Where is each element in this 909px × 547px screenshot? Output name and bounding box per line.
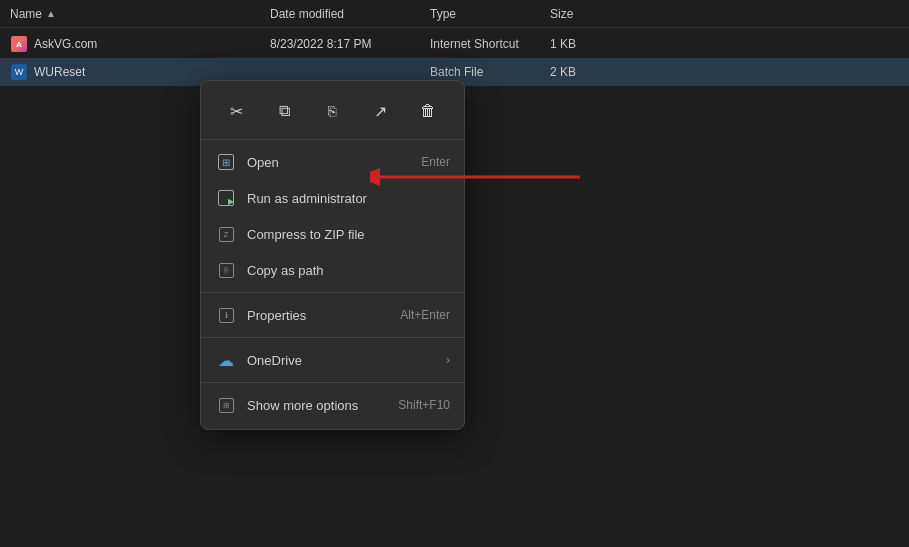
compress-zip-label: Compress to ZIP file [247, 227, 450, 242]
file-name: WUReset [34, 65, 210, 79]
copy-as-path-menu-item[interactable]: ⎘ Copy as path [201, 252, 464, 288]
paste-icon: ⎘ [328, 103, 336, 119]
explorer-window: Name ▲ Date modified Type Size A AskVG.c… [0, 0, 909, 547]
show-more-menu-item[interactable]: ⊞ Show more options Shift+F10 [201, 387, 464, 423]
column-headers: Name ▲ Date modified Type Size [0, 0, 909, 28]
context-menu: ✂ ⧉ ⎘ ↗ 🗑 Open Enter [200, 80, 465, 430]
file-name-cell: A AskVG.com [10, 35, 210, 53]
askvg-icon: A [11, 36, 27, 52]
file-type: Batch File [430, 65, 550, 79]
col-header-date[interactable]: Date modified [270, 7, 430, 21]
runas-icon [215, 187, 237, 209]
file-date: 8/23/2022 8:17 PM [270, 37, 430, 51]
show-more-icon: ⊞ [215, 394, 237, 416]
separator-2 [201, 337, 464, 338]
wureset-icon: W [11, 64, 27, 80]
open-menu-item[interactable]: Open Enter [201, 144, 464, 180]
properties-label: Properties [247, 308, 392, 323]
separator-3 [201, 382, 464, 383]
open-icon [215, 151, 237, 173]
properties-icon: ℹ [215, 304, 237, 326]
compress-zip-menu-item[interactable]: Z Compress to ZIP file [201, 216, 464, 252]
cut-button[interactable]: ✂ [219, 93, 255, 129]
delete-button[interactable]: 🗑 [410, 93, 446, 129]
table-row[interactable]: A AskVG.com 8/23/2022 8:17 PM Internet S… [0, 30, 909, 58]
file-name: AskVG.com [34, 37, 210, 51]
onedrive-arrow-icon: › [446, 353, 450, 367]
open-shortcut: Enter [421, 155, 450, 169]
copy-as-path-label: Copy as path [247, 263, 450, 278]
file-icon: W [10, 63, 28, 81]
onedrive-label: OneDrive [247, 353, 446, 368]
col-header-size[interactable]: Size [550, 7, 630, 21]
share-button[interactable]: ↗ [362, 93, 398, 129]
col-header-type[interactable]: Type [430, 7, 550, 21]
compress-zip-icon: Z [215, 223, 237, 245]
file-icon: A [10, 35, 28, 53]
copy-button[interactable]: ⧉ [267, 93, 303, 129]
share-icon: ↗ [374, 102, 387, 121]
separator-1 [201, 292, 464, 293]
run-as-admin-menu-item[interactable]: Run as administrator [201, 180, 464, 216]
file-size: 2 KB [550, 65, 630, 79]
file-type: Internet Shortcut [430, 37, 550, 51]
properties-shortcut: Alt+Enter [400, 308, 450, 322]
file-name-cell: W WUReset [10, 63, 210, 81]
file-list: A AskVG.com 8/23/2022 8:17 PM Internet S… [0, 28, 909, 86]
paste-button[interactable]: ⎘ [314, 93, 350, 129]
file-size: 1 KB [550, 37, 630, 51]
properties-menu-item[interactable]: ℹ Properties Alt+Enter [201, 297, 464, 333]
sort-arrow-icon: ▲ [46, 8, 56, 19]
context-icon-bar: ✂ ⧉ ⎘ ↗ 🗑 [201, 87, 464, 140]
cut-icon: ✂ [230, 102, 243, 121]
col-header-name[interactable]: Name ▲ [10, 7, 210, 21]
open-label: Open [247, 155, 413, 170]
run-as-admin-label: Run as administrator [247, 191, 450, 206]
copy-as-path-icon: ⎘ [215, 259, 237, 281]
show-more-label: Show more options [247, 398, 390, 413]
show-more-shortcut: Shift+F10 [398, 398, 450, 412]
delete-icon: 🗑 [420, 102, 436, 120]
onedrive-icon: ☁ [215, 349, 237, 371]
onedrive-menu-item[interactable]: ☁ OneDrive › [201, 342, 464, 378]
copy-icon: ⧉ [279, 102, 290, 120]
